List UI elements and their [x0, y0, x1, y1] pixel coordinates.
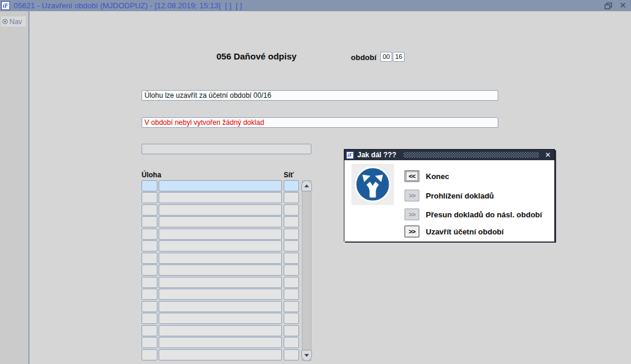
dialog-close-icon[interactable]: ✕	[545, 150, 551, 160]
uloha-cell[interactable]	[159, 180, 282, 191]
uzavrit-obdobi-button[interactable]: >>	[405, 226, 419, 237]
scrollbar-track[interactable]	[302, 180, 311, 361]
sit-cell[interactable]	[284, 216, 299, 227]
uloha-prefix-cell[interactable]	[142, 349, 157, 360]
info-message-field[interactable]: Úlohu lze uzavřít za účetní období 00/16	[142, 90, 498, 101]
prohlizeni-dokladu-button[interactable]: >>	[405, 190, 419, 201]
dialog-action-konec: << Konec	[405, 170, 449, 182]
uloha-cell[interactable]	[159, 313, 282, 324]
window-titlebar: íF 05621 - Uzavření období (MJDODPUZ) - …	[0, 0, 631, 11]
sit-cell[interactable]	[284, 204, 299, 216]
uloha-cell[interactable]	[159, 204, 282, 216]
dialog-body: << Konec >> Prohlížení dokladů >> Přesun…	[344, 160, 554, 241]
table-row[interactable]	[142, 229, 300, 240]
table-row[interactable]	[142, 349, 300, 361]
empty-field[interactable]	[142, 144, 311, 154]
uloha-cell[interactable]	[159, 253, 282, 264]
uloha-prefix-cell[interactable]	[142, 192, 157, 203]
uloha-prefix-cell[interactable]	[142, 313, 157, 324]
uloha-prefix-cell[interactable]	[142, 240, 157, 252]
uloha-cell[interactable]	[159, 229, 282, 240]
sit-cell[interactable]	[284, 349, 299, 360]
app-window: íF 05621 - Uzavření období (MJDODPUZ) - …	[0, 0, 631, 364]
sit-cell[interactable]	[284, 301, 299, 312]
table-row[interactable]	[142, 253, 300, 264]
table-row[interactable]	[142, 264, 300, 276]
app-logo-icon: íF	[1, 1, 10, 10]
uloha-cell[interactable]	[159, 216, 282, 227]
presun-dokladu-label: Přesun dokladů do násl. období	[426, 210, 542, 219]
form-title: 056 Daňové odpisy	[216, 51, 297, 61]
table-row[interactable]	[142, 301, 300, 313]
arrow-down-icon	[304, 354, 309, 357]
table-row[interactable]	[142, 240, 300, 252]
table-row[interactable]	[142, 216, 300, 228]
sit-cell[interactable]	[284, 253, 299, 264]
vertical-scrollbar[interactable]	[301, 180, 312, 361]
sit-cell[interactable]	[284, 180, 299, 191]
sit-cell[interactable]	[284, 313, 299, 324]
table-row[interactable]	[142, 289, 300, 300]
nav-label: Nav	[9, 18, 22, 26]
table-row[interactable]	[142, 180, 300, 192]
uloha-prefix-cell[interactable]	[142, 229, 157, 240]
uloha-prefix-cell[interactable]	[142, 325, 157, 336]
sidebar: Nav	[0, 11, 29, 364]
sit-cell[interactable]	[284, 264, 299, 276]
uloha-cell[interactable]	[159, 192, 282, 203]
period-label: období	[351, 53, 376, 62]
uloha-prefix-cell[interactable]	[142, 277, 157, 288]
uloha-cell[interactable]	[159, 337, 282, 348]
uloha-prefix-cell[interactable]	[142, 180, 157, 191]
uloha-prefix-cell[interactable]	[142, 253, 157, 264]
dialog-titlebar[interactable]: íF Jak dál ??? ✕	[344, 150, 554, 160]
scroll-up-button[interactable]	[301, 180, 312, 191]
uloha-cell[interactable]	[159, 325, 282, 336]
arrow-up-icon	[304, 184, 309, 187]
sit-cell[interactable]	[284, 192, 299, 203]
uloha-prefix-cell[interactable]	[142, 337, 157, 348]
table-row[interactable]	[142, 337, 300, 349]
warning-message-field[interactable]: V období nebyl vytvořen žádný doklad	[142, 117, 498, 128]
table-row[interactable]	[142, 313, 300, 325]
sit-cell[interactable]	[284, 229, 299, 240]
restore-icon[interactable]	[604, 2, 613, 9]
dialog-logo-icon: íF	[346, 151, 354, 159]
nav-button[interactable]: Nav	[1, 16, 26, 27]
period-number-field[interactable]: 16	[393, 52, 405, 62]
uzavrit-obdobi-label: Uzavřít účetní období	[426, 227, 504, 236]
uloha-prefix-cell[interactable]	[142, 216, 157, 227]
uloha-prefix-cell[interactable]	[142, 264, 157, 276]
uloha-prefix-cell[interactable]	[142, 289, 157, 300]
dialog-action-prohlizeni: >> Prohlížení dokladů	[405, 190, 494, 201]
uloha-prefix-cell[interactable]	[142, 204, 157, 216]
uloha-cell[interactable]	[159, 264, 282, 276]
sit-cell[interactable]	[284, 325, 299, 336]
sit-cell[interactable]	[284, 240, 299, 252]
dialog-action-uzavrit: >> Uzavřít účetní období	[405, 226, 504, 237]
presun-dokladu-button[interactable]: >>	[405, 209, 419, 220]
table-row[interactable]	[142, 204, 300, 216]
dialog-drag-pattern[interactable]	[403, 152, 539, 158]
scroll-down-button[interactable]	[301, 350, 312, 361]
table-row[interactable]	[142, 192, 300, 204]
sit-cell[interactable]	[284, 277, 299, 288]
uloha-cell[interactable]	[159, 349, 282, 360]
uloha-cell[interactable]	[159, 240, 282, 252]
column-header-uloha: Úloha	[142, 171, 161, 179]
close-icon[interactable]: ✕	[619, 0, 626, 11]
dialog-title: Jak dál ???	[357, 151, 396, 159]
period-year-field[interactable]: 00	[380, 52, 392, 62]
task-grid	[142, 180, 300, 361]
uloha-cell[interactable]	[159, 277, 282, 288]
table-row[interactable]	[142, 277, 300, 289]
uloha-cell[interactable]	[159, 301, 282, 312]
uloha-prefix-cell[interactable]	[142, 301, 157, 312]
table-row[interactable]	[142, 325, 300, 337]
sit-cell[interactable]	[284, 289, 299, 300]
sign-image	[351, 164, 394, 205]
uloha-cell[interactable]	[159, 289, 282, 300]
konec-button[interactable]: <<	[405, 170, 419, 182]
sit-cell[interactable]	[284, 337, 299, 348]
jak-dal-dialog: íF Jak dál ??? ✕ << Konec	[344, 149, 555, 241]
